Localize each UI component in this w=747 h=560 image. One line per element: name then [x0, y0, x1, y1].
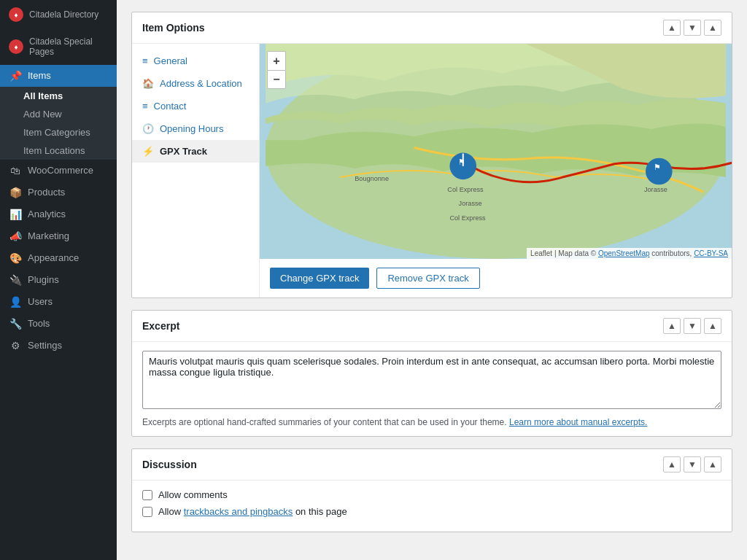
- excerpt-textarea[interactable]: [142, 351, 721, 409]
- map-zoom-controls: + −: [267, 51, 286, 89]
- tab-contact[interactable]: ≡ Contact: [132, 95, 259, 117]
- map-area: + −: [260, 44, 732, 298]
- sidebar-item-tools-label: Tools: [28, 318, 50, 329]
- item-options-layout: ≡ General 🏠 Address & Location ≡ Contact…: [132, 44, 732, 298]
- item-options-collapse-down[interactable]: ▼: [684, 20, 701, 36]
- submenu-item-categories[interactable]: Item Categories: [0, 123, 117, 141]
- tab-gpx-label: GPX Track: [160, 146, 207, 157]
- remove-gpx-button[interactable]: Remove GPX track: [376, 268, 479, 289]
- item-options-collapse-up[interactable]: ▲: [663, 20, 681, 36]
- discussion-body: Allow comments Allow trackbacks and ping…: [132, 481, 732, 532]
- citadela-special-pages-label: Citadela Special Pages: [29, 36, 108, 58]
- sidebar-item-appearance[interactable]: 🎨 Appearance: [0, 247, 117, 269]
- excerpt-collapse-down[interactable]: ▼: [684, 318, 701, 334]
- svg-text:Jorasse: Jorasse: [459, 200, 482, 207]
- sidebar-item-analytics[interactable]: 📊 Analytics: [0, 203, 117, 225]
- users-icon: 👤: [9, 296, 22, 308]
- sidebar-item-woocommerce-label: WooCommerce: [28, 165, 93, 176]
- map-buttons: Change GPX track Remove GPX track: [260, 259, 732, 298]
- submenu-all-items[interactable]: All Items: [0, 87, 117, 105]
- change-gpx-button[interactable]: Change GPX track: [270, 268, 369, 289]
- tab-address-label: Address & Location: [160, 78, 242, 89]
- discussion-toggle[interactable]: ▲: [704, 456, 721, 472]
- excerpt-controls: ▲ ▼ ▲: [663, 318, 721, 334]
- tab-opening-hours-label: Opening Hours: [160, 123, 223, 134]
- allow-trackbacks-text: Allow: [158, 506, 184, 517]
- zoom-out-button[interactable]: −: [267, 70, 286, 89]
- sidebar-item-appearance-label: Appearance: [28, 252, 79, 263]
- plugins-icon: 🔌: [9, 274, 22, 286]
- submenu-add-new[interactable]: Add New: [0, 105, 117, 123]
- gpx-tab-icon: ⚡: [142, 146, 154, 157]
- appearance-icon: 🎨: [9, 252, 22, 264]
- allow-comments-checkbox[interactable]: [142, 490, 152, 500]
- sidebar-item-marketing[interactable]: 📣 Marketing: [0, 225, 117, 247]
- main-content: Item Options ▲ ▼ ▲ ≡ General 🏠 Address &…: [117, 0, 747, 560]
- item-options-toggle[interactable]: ▲: [704, 20, 721, 36]
- tab-general-label: General: [154, 55, 187, 66]
- tab-address-location[interactable]: 🏠 Address & Location: [132, 72, 259, 95]
- discussion-title: Discussion: [142, 459, 197, 470]
- sidebar-item-plugins[interactable]: 🔌 Plugins: [0, 269, 117, 291]
- sidebar-item-settings[interactable]: ⚙ Settings: [0, 335, 117, 357]
- excerpt-collapse-up[interactable]: ▲: [663, 318, 681, 334]
- item-options-panel: Item Options ▲ ▼ ▲ ≡ General 🏠 Address &…: [131, 12, 732, 298]
- tab-opening-hours[interactable]: 🕐 Opening Hours: [132, 117, 259, 140]
- excerpt-header: Excerpt ▲ ▼ ▲: [132, 311, 732, 342]
- sidebar-item-tools[interactable]: 🔧 Tools: [0, 313, 117, 335]
- svg-text:Bougnonne: Bougnonne: [355, 175, 389, 182]
- opening-hours-tab-icon: 🕐: [142, 123, 154, 134]
- svg-text:⚑: ⚑: [458, 158, 465, 166]
- sidebar-item-settings-label: Settings: [28, 340, 62, 351]
- tab-gpx-track[interactable]: ⚡ GPX Track: [132, 140, 259, 163]
- contact-tab-icon: ≡: [142, 101, 148, 112]
- marketing-icon: 📣: [9, 230, 22, 242]
- ccbysa-link[interactable]: CC-BY-SA: [694, 249, 728, 257]
- citadela-directory-label: Citadela Directory: [29, 9, 98, 20]
- sidebar-item-woocommerce[interactable]: 🛍 WooCommerce: [0, 160, 117, 182]
- allow-comments-row: Allow comments: [142, 489, 721, 500]
- zoom-in-button[interactable]: +: [267, 51, 286, 70]
- allow-trackbacks-row: Allow trackbacks and pingbacks on this p…: [142, 506, 721, 517]
- excerpt-hint: Excerpts are optional hand-crafted summa…: [142, 417, 721, 427]
- products-icon: 📦: [9, 187, 22, 198]
- sidebar-item-marketing-label: Marketing: [28, 230, 69, 241]
- allow-trackbacks-suffix: on this page: [293, 506, 347, 517]
- items-icon: 📌: [9, 70, 22, 82]
- svg-text:⚑: ⚑: [654, 163, 661, 171]
- submenu-item-locations[interactable]: Item Locations: [0, 141, 117, 160]
- tab-general[interactable]: ≡ General: [132, 50, 259, 72]
- sidebar-item-users[interactable]: 👤 Users: [0, 291, 117, 313]
- item-options-controls: ▲ ▼ ▲: [663, 20, 721, 36]
- citadela-directory-icon: ♦: [9, 7, 23, 22]
- excerpt-learn-more-link[interactable]: Learn more about manual excerpts.: [509, 417, 647, 427]
- discussion-collapse-down[interactable]: ▼: [684, 456, 701, 472]
- trackbacks-link[interactable]: trackbacks and pingbacks: [184, 506, 293, 517]
- allow-trackbacks-label: Allow trackbacks and pingbacks on this p…: [158, 506, 347, 517]
- item-options-tabs: ≡ General 🏠 Address & Location ≡ Contact…: [132, 44, 260, 298]
- allow-trackbacks-checkbox[interactable]: [142, 507, 152, 517]
- sidebar-item-analytics-label: Analytics: [28, 209, 66, 219]
- sidebar-logo-citadela-special-pages[interactable]: ♦ Citadela Special Pages: [0, 29, 117, 65]
- items-submenu: All Items Add New Item Categories Item L…: [0, 87, 117, 160]
- svg-text:Col Express: Col Express: [447, 186, 484, 193]
- allow-comments-label: Allow comments: [158, 489, 228, 500]
- excerpt-panel: Excerpt ▲ ▼ ▲ Excerpts are optional hand…: [131, 310, 732, 437]
- excerpt-toggle[interactable]: ▲: [704, 318, 721, 334]
- openstreetmap-link[interactable]: OpenStreetMap: [598, 249, 650, 257]
- sidebar-item-users-label: Users: [28, 296, 53, 307]
- svg-text:Jorasse: Jorasse: [644, 186, 667, 193]
- map-container[interactable]: + −: [260, 44, 732, 259]
- discussion-collapse-up[interactable]: ▲: [663, 456, 681, 472]
- analytics-icon: 📊: [9, 209, 22, 220]
- sidebar-item-products[interactable]: 📦 Products: [0, 182, 117, 203]
- sidebar-item-plugins-label: Plugins: [28, 274, 59, 285]
- sidebar-logo-citadela-directory[interactable]: ♦ Citadela Directory: [0, 0, 117, 29]
- sidebar-item-items[interactable]: 📌 Items: [0, 65, 117, 87]
- general-tab-icon: ≡: [142, 55, 148, 66]
- map-attribution: Leaflet | Map data © OpenStreetMap contr…: [527, 248, 732, 259]
- svg-text:Col Express: Col Express: [449, 214, 486, 222]
- discussion-header: Discussion ▲ ▼ ▲: [132, 449, 732, 481]
- map-svg: Bougnonne Col Express Col Express Jorass…: [260, 44, 732, 259]
- woocommerce-icon: 🛍: [9, 165, 22, 176]
